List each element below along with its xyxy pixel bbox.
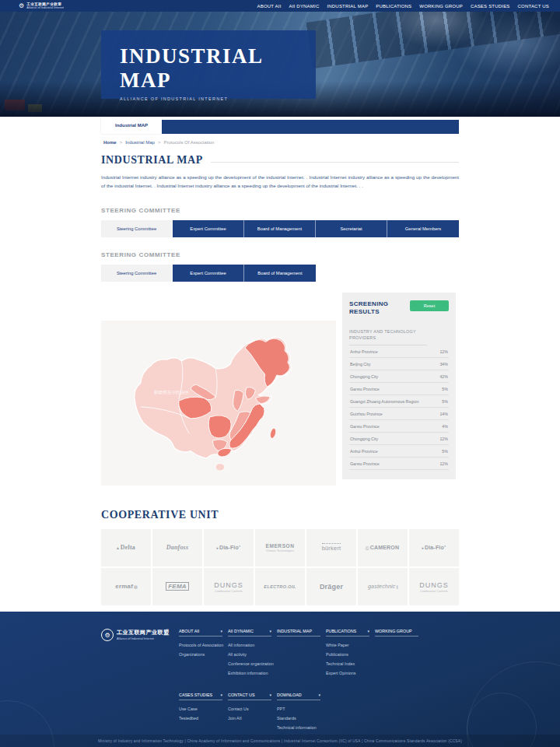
- footer-link[interactable]: PPT: [277, 707, 326, 711]
- committee1-tab-expert[interactable]: Expert Committee: [173, 220, 244, 237]
- section-heading: STEERING COMMITTEE: [101, 207, 459, 214]
- footer-logo[interactable]: ⚙ 工业互联网产业联盟 Alliance of Industrial Inter…: [101, 629, 179, 675]
- nav-item-aii-dynamic[interactable]: AII DYNAMIC: [289, 4, 320, 9]
- footer-link[interactable]: Technical Index: [326, 661, 375, 666]
- partner-logo-dungs[interactable]: DUNGSCombustion Controls: [409, 568, 459, 605]
- screening-row[interactable]: Chongqing City42%: [349, 370, 449, 383]
- partner-logo-dungs[interactable]: DUNGSCombustion Controls: [204, 568, 254, 605]
- partner-logo-gastechnic[interactable]: gastechnic∥: [358, 568, 408, 605]
- main-content: INDUSTRIAL MAP Industrial Internet indus…: [101, 145, 459, 605]
- partner-logo-ermaf[interactable]: ermaf▨: [101, 568, 151, 605]
- province-percent: 5%: [442, 399, 448, 404]
- committee1-tab-general[interactable]: General Members: [387, 220, 459, 237]
- gastechnic-slash-icon: ∥: [396, 584, 398, 589]
- footer-col-title[interactable]: CONTACT US▾: [228, 693, 271, 700]
- hero-banner: INDUSTRIAL MAP ALLIANCE OF INDUSTRIAL IN…: [0, 12, 560, 117]
- province-percent: 42%: [439, 374, 448, 379]
- province-percent: 12%: [439, 349, 448, 354]
- committee2-tab-expert[interactable]: Expert Committee: [173, 265, 244, 282]
- footer-link[interactable]: Standards: [277, 716, 326, 721]
- logo-gear-icon: ⚙: [19, 3, 24, 9]
- nav-item-industrial-map[interactable]: INDUSTRIAL MAP: [327, 4, 368, 9]
- province-name: Chongqing City: [350, 437, 378, 441]
- partner-logo-fema[interactable]: FEMA: [152, 568, 202, 605]
- section-heading: STEERING COMMITTEE: [101, 251, 459, 258]
- partner-logo-danfoss[interactable]: Danfoss: [152, 529, 202, 566]
- footer-link[interactable]: Exhibition information: [228, 671, 277, 675]
- tabstrip-bar: [162, 120, 459, 134]
- committee2-tab-steering[interactable]: Steering Committee: [101, 265, 173, 282]
- nav-item-working-group[interactable]: WORKING GROUP: [419, 4, 463, 9]
- committee-tabs-1: Steering Committee Expert Committee Boar…: [101, 220, 459, 237]
- committee1-tab-board[interactable]: Board of Management: [244, 220, 316, 237]
- footer-col-title[interactable]: ABOUT AII▾: [179, 629, 222, 637]
- footer-link[interactable]: Expert Opinions: [326, 671, 375, 675]
- partner-logo-delta[interactable]: ▲Delta: [101, 529, 151, 566]
- footer-link[interactable]: White Paper: [326, 643, 375, 647]
- province-percent: 12%: [439, 437, 448, 441]
- screening-row[interactable]: Gansu Province12%: [349, 458, 449, 470]
- footer-col-industrial-map: INDUSTRIAL MAP: [277, 629, 326, 675]
- chevron-down-icon: ▾: [318, 693, 320, 697]
- province-percent: 12%: [439, 461, 448, 466]
- main-nav: ABOUT AII AII DYNAMIC INDUSTRIAL MAP PUB…: [257, 4, 550, 9]
- partner-logo-dia-flo[interactable]: ●Dia-Flo’: [204, 529, 254, 566]
- screening-row[interactable]: Anhui Province12%: [349, 345, 449, 358]
- partner-logo-burkert[interactable]: bürkert: [306, 529, 356, 566]
- footer-col-title[interactable]: CASES STUDIES▾: [179, 693, 222, 700]
- footer-link[interactable]: Conference organization: [228, 661, 277, 666]
- partner-logo-grid: ▲Delta Danfoss ●Dia-Flo’ EMERSONClimate …: [101, 529, 459, 605]
- partner-logo-electro-oil[interactable]: ELECTRO.OIL: [255, 568, 305, 605]
- partner-logo-emerson[interactable]: EMERSONClimate Technologies: [255, 529, 305, 566]
- screening-row[interactable]: Chongqing City12%: [349, 433, 449, 445]
- footer-link[interactable]: All information: [228, 643, 277, 647]
- chevron-down-icon: ▾: [269, 629, 271, 633]
- delta-triangle-icon: ▲: [116, 545, 120, 550]
- footer-col-title[interactable]: PUBLICATIONS▾: [326, 629, 369, 637]
- screening-row[interactable]: Gansu Province5%: [349, 383, 449, 395]
- footer-link[interactable]: Testedbed: [179, 716, 228, 721]
- nav-item-publications[interactable]: PUBLICATIONS: [376, 4, 411, 9]
- screening-row[interactable]: Gansu Province4%: [349, 420, 449, 433]
- footer-link[interactable]: Technical information: [277, 725, 326, 730]
- committee1-tab-secretariat[interactable]: Secretariat: [316, 220, 387, 237]
- nav-item-about-aii[interactable]: ABOUT AII: [257, 4, 282, 9]
- top-navbar: ⚙ 工业互联网产业联盟 Alliance of Industrial Inter…: [0, 0, 560, 12]
- partner-logo-drager[interactable]: Dräger: [306, 568, 356, 605]
- nav-item-cases-studies[interactable]: CASES STUDIES: [471, 4, 510, 9]
- screening-subtitle: INDUSTRY AND TECHNOLOGY PROVIDERS: [349, 328, 427, 345]
- footer-partners-text: Ministry of Industry and Information Tec…: [98, 739, 462, 743]
- partner-logo-dia-flo[interactable]: ●Dia-Flo’: [409, 529, 459, 566]
- footer-link[interactable]: Join AII: [228, 716, 277, 721]
- committee1-tab-steering[interactable]: Steering Committee: [101, 220, 173, 237]
- province-name: Anhui Province: [350, 449, 378, 454]
- footer-link[interactable]: Publications: [326, 652, 375, 657]
- reset-button[interactable]: Reset: [410, 300, 449, 311]
- partner-logo-cameron[interactable]: ⒸCAMERON: [358, 529, 408, 566]
- title-divider: [211, 162, 459, 163]
- footer-partners-bar: Ministry of Industry and Information Tec…: [0, 735, 560, 747]
- footer-link[interactable]: Organizations: [179, 652, 228, 657]
- committee-section-1: STEERING COMMITTEE Steering Committee Ex…: [101, 207, 459, 237]
- nav-item-contact-us[interactable]: CONTACT US: [518, 4, 549, 9]
- page-tab-industrial-map[interactable]: Industrial MAP: [101, 117, 162, 134]
- footer-link[interactable]: Protocols of Association: [179, 643, 228, 647]
- footer-col-title[interactable]: DOWNLOAD▾: [277, 693, 320, 700]
- screening-row[interactable]: Anhui Province5%: [349, 445, 449, 458]
- footer-link[interactable]: Use Case: [179, 707, 228, 711]
- screening-row[interactable]: Beijing City34%: [349, 358, 449, 370]
- screening-row[interactable]: Guangxi Zhuang Autonomous Region5%: [349, 395, 449, 408]
- committee2-tab-board[interactable]: Board of Management: [244, 265, 316, 282]
- china-map[interactable]: 新疆维吾尔自治区: [101, 321, 336, 486]
- footer-col-title[interactable]: INDUSTRIAL MAP: [277, 629, 320, 637]
- footer-link[interactable]: Contact Us: [228, 707, 277, 711]
- site-logo[interactable]: ⚙ 工业互联网产业联盟 Alliance of Industrial Inter…: [19, 3, 64, 9]
- screening-row[interactable]: Guizhou Province14%: [349, 408, 449, 420]
- footer-col-contact: CONTACT US▾ Contact Us Join AII: [228, 693, 277, 730]
- footer-col-working-group: WORKING GROUP: [375, 629, 424, 675]
- province-name: Gansu Province: [350, 424, 380, 429]
- footer-logo-en: Alliance of Industrial Internet: [117, 637, 170, 640]
- footer-col-title[interactable]: AII DYNAMIC▾: [228, 629, 271, 637]
- footer-col-title[interactable]: WORKING GROUP: [375, 629, 418, 637]
- footer-link[interactable]: All activity: [228, 652, 277, 657]
